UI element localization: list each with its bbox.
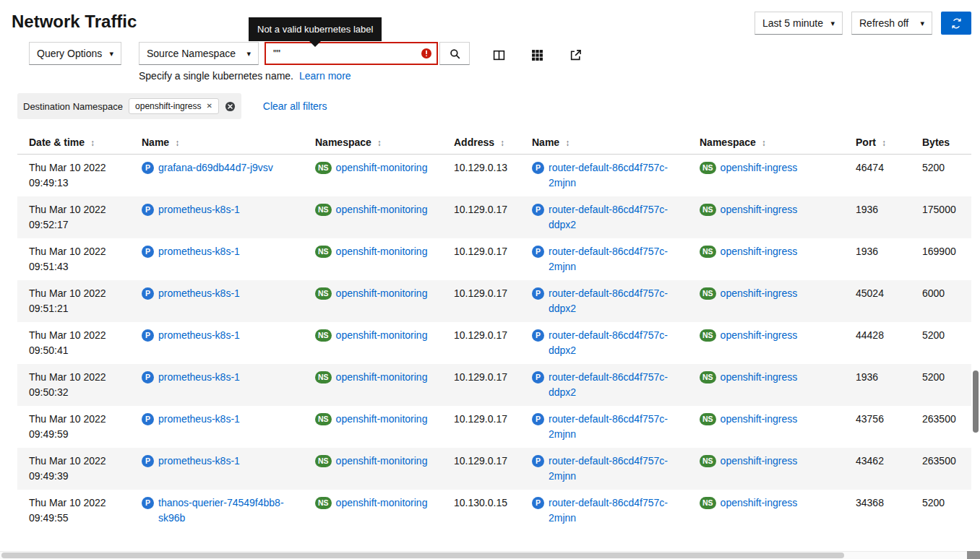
flows-table: Date & time↕ Name↕ Namespace↕ Address↕ N… [17,131,971,532]
destination-pod-link[interactable]: router-default-86cd4f757c-2mjnn [549,412,676,442]
flow-time: 09:52:17 [29,217,119,233]
table-row[interactable]: Thu Mar 10 2022 09:49:13 P grafana-d69db… [17,155,971,197]
source-namespace-link[interactable]: openshift-monitoring [336,454,428,469]
pod-badge: P [532,162,544,174]
destination-namespace-cell: NS openshift-ingress [688,406,844,448]
destination-pod-link[interactable]: router-default-86cd4f757c-ddpx2 [549,328,676,358]
column-header-bytes[interactable]: Bytes [911,131,971,155]
destination-pod-link[interactable]: router-default-86cd4f757c-2mjnn [549,244,676,274]
refresh-interval-value: Refresh off [859,17,908,29]
destination-pod-link[interactable]: router-default-86cd4f757c-ddpx2 [549,202,676,233]
source-name-cell: P prometheus-k8s-1 [130,280,304,322]
source-name-cell: P prometheus-k8s-1 [130,406,304,448]
table-row[interactable]: Thu Mar 10 2022 09:50:32 P prometheus-k8… [17,364,971,406]
source-pod-link[interactable]: prometheus-k8s-1 [158,286,240,301]
destination-namespace-link[interactable]: openshift-ingress [721,244,798,259]
pod-badge: P [532,329,544,342]
source-namespace-link[interactable]: openshift-monitoring [336,370,428,385]
column-header-source-namespace[interactable]: Namespace↕ [304,131,442,155]
column-header-destination-name[interactable]: Name↕ [520,131,688,155]
helper-row: Specify a single kubernetes name. Learn … [139,70,470,82]
sort-icon: ↕ [377,138,382,148]
destination-name-cell: P router-default-86cd4f757c-ddpx2 [520,322,688,364]
time-range-select[interactable]: Last 5 minute ▾ [755,12,843,35]
column-header-address[interactable]: Address↕ [442,131,520,155]
table-row[interactable]: Thu Mar 10 2022 09:49:55 P thanos-querie… [17,490,971,532]
horizontal-scrollbar-thumb[interactable] [1,552,844,558]
panels-grid-button[interactable] [528,46,546,64]
source-namespace-link[interactable]: openshift-monitoring [336,286,428,301]
source-namespace-link[interactable]: openshift-monitoring [336,160,428,176]
destination-namespace-link[interactable]: openshift-ingress [721,286,798,301]
table-row[interactable]: Thu Mar 10 2022 09:52:17 P prometheus-k8… [17,196,971,238]
destination-namespace-cell: NS openshift-ingress [688,155,844,197]
sort-icon: ↕ [500,138,504,148]
horizontal-scrollbar[interactable] [0,551,980,559]
source-namespace-link[interactable]: openshift-monitoring [336,412,428,427]
destination-namespace-link[interactable]: openshift-ingress [721,412,798,427]
chip-remove-button[interactable]: ✕ [206,103,212,110]
source-pod-link[interactable]: prometheus-k8s-1 [158,370,240,385]
flow-date: Thu Mar 10 2022 [29,495,119,511]
clear-all-filters-link[interactable]: Clear all filters [263,100,327,112]
filter-input[interactable] [265,42,438,65]
destination-name-cell: P router-default-86cd4f757c-2mjnn [520,448,688,490]
source-pod-link[interactable]: thanos-querier-74549f4bb8-sk96b [158,495,292,526]
table-row[interactable]: Thu Mar 10 2022 09:51:43 P prometheus-k8… [17,238,971,280]
source-pod-link[interactable]: prometheus-k8s-1 [158,412,240,427]
flows-table-wrap: Date & time↕ Name↕ Namespace↕ Address↕ N… [0,131,980,532]
destination-pod-link[interactable]: router-default-86cd4f757c-ddpx2 [549,286,676,316]
table-row[interactable]: Thu Mar 10 2022 09:51:21 P prometheus-k8… [17,280,971,322]
export-button[interactable] [567,46,585,64]
query-options-dropdown[interactable]: Query Options ▾ [29,42,121,65]
source-pod-link[interactable]: prometheus-k8s-1 [158,328,240,343]
destination-namespace-link[interactable]: openshift-ingress [721,202,798,217]
table-header-row: Date & time↕ Name↕ Namespace↕ Address↕ N… [17,131,971,155]
port-cell: 44428 [844,322,911,364]
filter-field-dropdown[interactable]: Source Namespace ▾ [139,42,259,65]
source-namespace-link[interactable]: openshift-monitoring [336,202,428,217]
header-controls: Last 5 minute ▾ Refresh off ▾ [755,12,971,35]
destination-namespace-link[interactable]: openshift-ingress [721,328,798,343]
vertical-scrollbar-thumb[interactable] [973,370,979,433]
destination-namespace-link[interactable]: openshift-ingress [721,495,798,511]
column-header-port[interactable]: Port↕ [844,131,911,155]
source-pod-link[interactable]: prometheus-k8s-1 [158,244,240,259]
datetime-cell: Thu Mar 10 2022 09:50:41 [17,322,130,364]
chip-group-clear-button[interactable] [225,101,236,112]
vertical-scrollbar[interactable] [972,0,980,559]
destination-namespace-link[interactable]: openshift-ingress [721,160,798,176]
address-cell: 10.129.0.17 [442,280,520,322]
table-row[interactable]: Thu Mar 10 2022 09:49:59 P prometheus-k8… [17,406,971,448]
manage-columns-button[interactable] [490,46,508,64]
source-namespace-link[interactable]: openshift-monitoring [336,495,428,511]
refresh-interval-select[interactable]: Refresh off ▾ [851,12,932,35]
destination-namespace-link[interactable]: openshift-ingress [721,454,798,469]
column-header-date-time[interactable]: Date & time↕ [17,131,130,155]
column-header-destination-namespace[interactable]: Namespace↕ [688,131,844,155]
source-namespace-link[interactable]: openshift-monitoring [336,328,428,343]
destination-pod-link[interactable]: router-default-86cd4f757c-2mjnn [549,160,676,191]
destination-namespace-link[interactable]: openshift-ingress [721,370,798,385]
search-button[interactable] [439,42,470,65]
filter-row: Source Namespace ▾ [139,42,470,65]
filter-field-label: Source Namespace [147,48,236,59]
column-header-source-name[interactable]: Name↕ [130,131,304,155]
source-pod-link[interactable]: prometheus-k8s-1 [158,454,240,469]
table-row[interactable]: Thu Mar 10 2022 09:49:39 P prometheus-k8… [17,448,971,490]
learn-more-link[interactable]: Learn more [299,70,351,82]
filter-chip-text: openshift-ingress [135,101,201,111]
source-namespace-link[interactable]: openshift-monitoring [336,244,428,259]
destination-pod-link[interactable]: router-default-86cd4f757c-2mjnn [549,454,676,484]
address-cell: 10.129.0.17 [442,448,520,490]
table-row[interactable]: Thu Mar 10 2022 09:50:41 P prometheus-k8… [17,322,971,364]
destination-pod-link[interactable]: router-default-86cd4f757c-ddpx2 [549,370,676,400]
source-pod-link[interactable]: prometheus-k8s-1 [158,202,240,217]
destination-pod-link[interactable]: router-default-86cd4f757c-2mjnn [549,495,676,526]
port-cell: 43462 [844,448,911,490]
times-circle-icon [225,101,236,112]
source-pod-link[interactable]: grafana-d69db44d7-j9vsv [158,160,273,176]
sort-icon: ↕ [882,138,886,148]
pod-badge: P [532,204,544,216]
refresh-button[interactable] [941,12,971,35]
